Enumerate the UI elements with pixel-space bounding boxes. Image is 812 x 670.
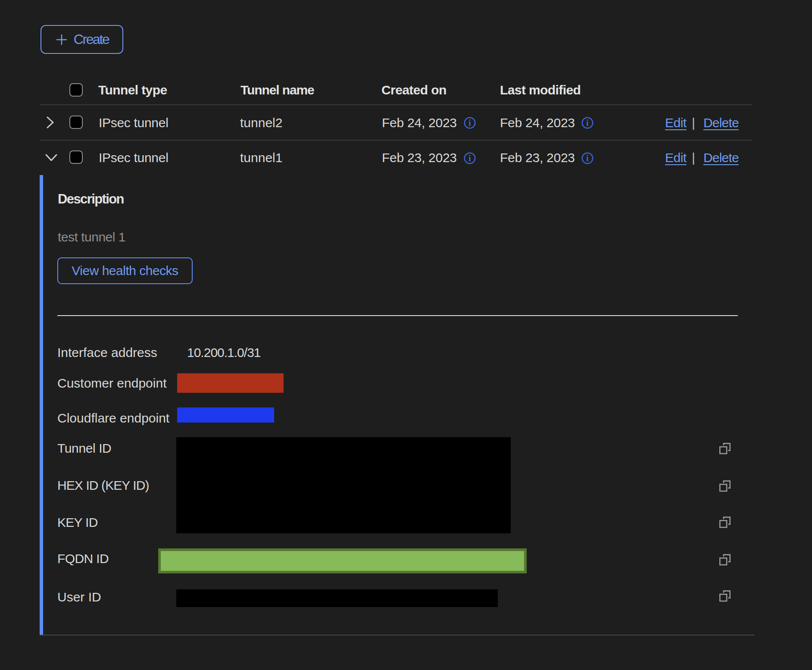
svg-text:i: i bbox=[468, 153, 471, 163]
svg-text:i: i bbox=[586, 118, 589, 128]
svg-text:i: i bbox=[586, 153, 589, 163]
svg-text:i: i bbox=[468, 118, 471, 128]
